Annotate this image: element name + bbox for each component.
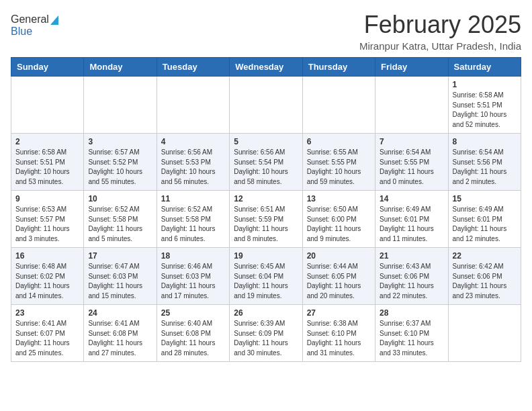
calendar-header-wednesday: Wednesday [230, 58, 302, 77]
day-number: 7 [380, 137, 443, 146]
day-info: Sunrise: 6:54 AM Sunset: 5:55 PM Dayligh… [380, 148, 443, 187]
calendar-cell: 19Sunrise: 6:45 AM Sunset: 6:04 PM Dayli… [230, 248, 302, 305]
calendar-cell: 26Sunrise: 6:39 AM Sunset: 6:09 PM Dayli… [230, 305, 302, 362]
calendar-header-sunday: Sunday [11, 58, 84, 77]
calendar-cell: 3Sunrise: 6:57 AM Sunset: 5:52 PM Daylig… [84, 134, 157, 191]
calendar-cell: 12Sunrise: 6:51 AM Sunset: 5:59 PM Dayli… [230, 191, 302, 248]
logo-triangle-icon [50, 15, 58, 25]
day-info: Sunrise: 6:39 AM Sunset: 6:09 PM Dayligh… [234, 319, 298, 358]
day-info: Sunrise: 6:37 AM Sunset: 6:10 PM Dayligh… [380, 319, 443, 358]
logo-general-text: General [11, 13, 49, 26]
calendar-week-5: 23Sunrise: 6:41 AM Sunset: 6:07 PM Dayli… [11, 305, 521, 362]
day-info: Sunrise: 6:49 AM Sunset: 6:01 PM Dayligh… [453, 205, 517, 244]
calendar-cell: 15Sunrise: 6:49 AM Sunset: 6:01 PM Dayli… [448, 191, 521, 248]
day-info: Sunrise: 6:48 AM Sunset: 6:02 PM Dayligh… [15, 262, 79, 301]
calendar-cell: 23Sunrise: 6:41 AM Sunset: 6:07 PM Dayli… [11, 305, 84, 362]
day-number: 14 [380, 194, 443, 203]
day-number: 23 [15, 308, 79, 318]
calendar-cell: 20Sunrise: 6:44 AM Sunset: 6:05 PM Dayli… [302, 248, 375, 305]
location-title: Miranpur Katra, Uttar Pradesh, India [359, 40, 521, 52]
day-number: 12 [234, 194, 298, 203]
day-number: 21 [380, 251, 443, 261]
calendar-cell: 25Sunrise: 6:40 AM Sunset: 6:08 PM Dayli… [157, 305, 229, 362]
day-info: Sunrise: 6:53 AM Sunset: 5:57 PM Dayligh… [15, 205, 79, 244]
day-info: Sunrise: 6:41 AM Sunset: 6:08 PM Dayligh… [88, 319, 152, 358]
day-info: Sunrise: 6:56 AM Sunset: 5:53 PM Dayligh… [161, 148, 225, 187]
day-info: Sunrise: 6:52 AM Sunset: 5:58 PM Dayligh… [88, 205, 152, 244]
day-info: Sunrise: 6:42 AM Sunset: 6:06 PM Dayligh… [453, 262, 517, 301]
calendar-header-friday: Friday [375, 58, 448, 77]
day-number: 4 [161, 137, 225, 146]
calendar-cell: 22Sunrise: 6:42 AM Sunset: 6:06 PM Dayli… [448, 248, 521, 305]
calendar-cell: 6Sunrise: 6:55 AM Sunset: 5:55 PM Daylig… [302, 134, 375, 191]
day-number: 10 [88, 194, 152, 203]
day-info: Sunrise: 6:58 AM Sunset: 5:51 PM Dayligh… [453, 91, 517, 130]
day-number: 24 [88, 308, 152, 318]
calendar-header-row: SundayMondayTuesdayWednesdayThursdayFrid… [11, 58, 521, 77]
calendar-cell: 17Sunrise: 6:47 AM Sunset: 6:03 PM Dayli… [84, 248, 157, 305]
calendar-header-thursday: Thursday [302, 58, 375, 77]
calendar-cell: 4Sunrise: 6:56 AM Sunset: 5:53 PM Daylig… [157, 134, 229, 191]
calendar-cell: 11Sunrise: 6:52 AM Sunset: 5:58 PM Dayli… [157, 191, 229, 248]
day-info: Sunrise: 6:50 AM Sunset: 6:00 PM Dayligh… [307, 205, 371, 244]
day-info: Sunrise: 6:57 AM Sunset: 5:52 PM Dayligh… [88, 148, 152, 187]
calendar-cell: 1Sunrise: 6:58 AM Sunset: 5:51 PM Daylig… [448, 77, 521, 134]
month-title: February 2025 [359, 11, 521, 39]
day-info: Sunrise: 6:40 AM Sunset: 6:08 PM Dayligh… [161, 319, 225, 358]
calendar-cell [84, 77, 157, 134]
day-number: 2 [15, 137, 79, 146]
day-info: Sunrise: 6:52 AM Sunset: 5:58 PM Dayligh… [161, 205, 225, 244]
day-number: 11 [161, 194, 225, 203]
calendar-cell: 28Sunrise: 6:37 AM Sunset: 6:10 PM Dayli… [375, 305, 448, 362]
calendar-cell [302, 77, 375, 134]
calendar-cell: 5Sunrise: 6:56 AM Sunset: 5:54 PM Daylig… [230, 134, 302, 191]
day-info: Sunrise: 6:58 AM Sunset: 5:51 PM Dayligh… [15, 148, 79, 187]
calendar-cell: 27Sunrise: 6:38 AM Sunset: 6:10 PM Dayli… [302, 305, 375, 362]
calendar-header-monday: Monday [84, 58, 157, 77]
day-number: 20 [307, 251, 371, 261]
logo-blue-text: Blue [11, 26, 32, 38]
day-info: Sunrise: 6:38 AM Sunset: 6:10 PM Dayligh… [307, 319, 371, 358]
day-number: 22 [453, 251, 517, 261]
calendar-week-3: 9Sunrise: 6:53 AM Sunset: 5:57 PM Daylig… [11, 191, 521, 248]
calendar-table: SundayMondayTuesdayWednesdayThursdayFrid… [11, 57, 521, 362]
day-info: Sunrise: 6:55 AM Sunset: 5:55 PM Dayligh… [307, 148, 371, 187]
day-info: Sunrise: 6:54 AM Sunset: 5:56 PM Dayligh… [453, 148, 517, 187]
calendar-cell [11, 77, 84, 134]
day-number: 6 [307, 137, 371, 146]
day-number: 8 [453, 137, 517, 146]
calendar-header-tuesday: Tuesday [157, 58, 229, 77]
day-number: 1 [453, 80, 517, 89]
calendar-cell [230, 77, 302, 134]
day-number: 26 [234, 308, 298, 318]
day-info: Sunrise: 6:44 AM Sunset: 6:05 PM Dayligh… [307, 262, 371, 301]
calendar-cell: 18Sunrise: 6:46 AM Sunset: 6:03 PM Dayli… [157, 248, 229, 305]
day-number: 3 [88, 137, 152, 146]
calendar-cell: 14Sunrise: 6:49 AM Sunset: 6:01 PM Dayli… [375, 191, 448, 248]
day-info: Sunrise: 6:49 AM Sunset: 6:01 PM Dayligh… [380, 205, 443, 244]
calendar-cell: 8Sunrise: 6:54 AM Sunset: 5:56 PM Daylig… [448, 134, 521, 191]
day-number: 5 [234, 137, 298, 146]
day-info: Sunrise: 6:43 AM Sunset: 6:06 PM Dayligh… [380, 262, 443, 301]
day-number: 19 [234, 251, 298, 261]
day-info: Sunrise: 6:51 AM Sunset: 5:59 PM Dayligh… [234, 205, 298, 244]
calendar-cell: 16Sunrise: 6:48 AM Sunset: 6:02 PM Dayli… [11, 248, 84, 305]
calendar-cell: 21Sunrise: 6:43 AM Sunset: 6:06 PM Dayli… [375, 248, 448, 305]
day-info: Sunrise: 6:46 AM Sunset: 6:03 PM Dayligh… [161, 262, 225, 301]
day-number: 18 [161, 251, 225, 261]
calendar-cell: 13Sunrise: 6:50 AM Sunset: 6:00 PM Dayli… [302, 191, 375, 248]
day-number: 27 [307, 308, 371, 318]
day-info: Sunrise: 6:41 AM Sunset: 6:07 PM Dayligh… [15, 319, 79, 358]
day-number: 28 [380, 308, 443, 318]
calendar-cell: 9Sunrise: 6:53 AM Sunset: 5:57 PM Daylig… [11, 191, 84, 248]
title-section: February 2025 Miranpur Katra, Uttar Prad… [359, 11, 521, 52]
day-info: Sunrise: 6:56 AM Sunset: 5:54 PM Dayligh… [234, 148, 298, 187]
calendar-week-4: 16Sunrise: 6:48 AM Sunset: 6:02 PM Dayli… [11, 248, 521, 305]
calendar-cell: 10Sunrise: 6:52 AM Sunset: 5:58 PM Dayli… [84, 191, 157, 248]
calendar-cell: 2Sunrise: 6:58 AM Sunset: 5:51 PM Daylig… [11, 134, 84, 191]
calendar-cell: 7Sunrise: 6:54 AM Sunset: 5:55 PM Daylig… [375, 134, 448, 191]
day-number: 9 [15, 194, 79, 203]
day-number: 16 [15, 251, 79, 261]
day-number: 25 [161, 308, 225, 318]
day-number: 15 [453, 194, 517, 203]
